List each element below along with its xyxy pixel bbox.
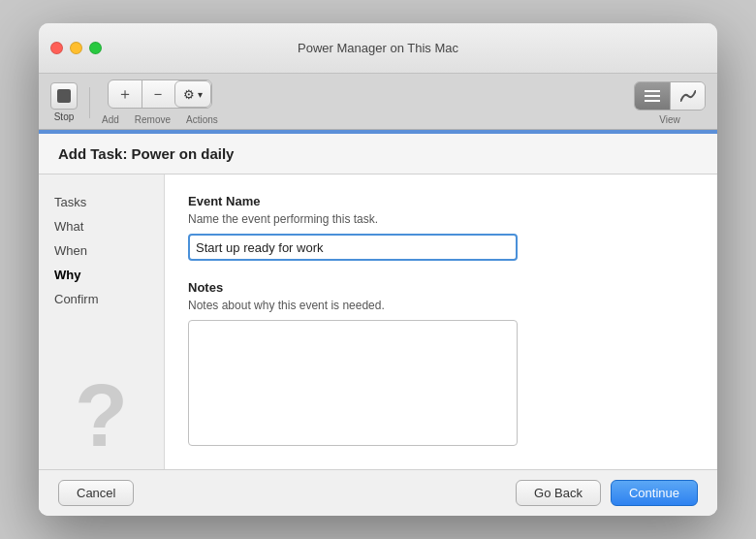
svg-rect-0: [645, 90, 660, 92]
sidebar-item-when[interactable]: When: [39, 238, 164, 263]
main-toolbar: Stop ＋ － ⚙ ▾ Add Remove Actions: [39, 74, 717, 130]
view-group: View: [634, 81, 706, 125]
main-window: Power Manager on This Mac Stop ＋ － ⚙: [39, 23, 717, 516]
add-label: Add: [102, 114, 119, 125]
notes-label: Notes: [188, 280, 694, 295]
dialog-footer: Cancel Go Back Continue: [39, 469, 717, 516]
view-controls: [634, 81, 706, 111]
list-icon: [645, 90, 660, 102]
event-name-label: Event Name: [188, 194, 694, 208]
dialog-title: Add Task: Power on daily: [58, 145, 698, 162]
close-button[interactable]: [50, 42, 63, 54]
toolbar-left: Stop ＋ － ⚙ ▾ Add Remove Actions: [50, 79, 218, 125]
svg-rect-2: [645, 100, 660, 102]
list-view-button[interactable]: [635, 82, 670, 110]
stop-label: Stop: [54, 111, 75, 122]
add-button[interactable]: ＋: [109, 80, 142, 108]
stop-icon-shape: [57, 89, 71, 103]
actions-button[interactable]: ⚙ ▾: [174, 80, 211, 108]
cancel-button[interactable]: Cancel: [58, 480, 134, 506]
continue-button[interactable]: Continue: [611, 480, 698, 506]
minimize-button[interactable]: [70, 42, 82, 54]
dialog-header: Add Task: Power on daily: [39, 134, 717, 174]
event-name-input[interactable]: [188, 234, 518, 261]
remove-label: Remove: [135, 114, 171, 125]
add-remove-group: ＋ － ⚙ ▾ Add Remove Actions: [102, 79, 218, 125]
notes-description: Notes about why this event is needed.: [188, 299, 694, 312]
maximize-button[interactable]: [89, 42, 102, 54]
dialog-body: Tasks What When Why Confirm ? E: [39, 174, 717, 469]
sidebar-item-tasks[interactable]: Tasks: [39, 190, 164, 214]
toolbar-separator: [89, 87, 90, 118]
chevron-down-icon: ▾: [198, 89, 203, 100]
event-name-description: Name the event performing this task.: [188, 212, 694, 226]
sidebar-item-what[interactable]: What: [39, 214, 164, 238]
stop-icon: [50, 82, 78, 110]
gear-icon: ⚙: [183, 87, 195, 102]
titlebar: Power Manager on This Mac: [39, 23, 717, 74]
svg-rect-1: [645, 95, 660, 97]
toolbar-labels: Add Remove Actions: [102, 112, 218, 125]
traffic-lights: [50, 42, 102, 54]
remove-button[interactable]: －: [142, 80, 174, 108]
dialog-sidebar: Tasks What When Why Confirm ?: [39, 174, 165, 469]
view-label: View: [659, 114, 680, 125]
chart-view-button[interactable]: [670, 82, 705, 110]
stop-button[interactable]: Stop: [50, 82, 78, 122]
sidebar-item-confirm[interactable]: Confirm: [39, 287, 164, 311]
chart-icon: [680, 90, 696, 102]
sidebar-item-why[interactable]: Why: [39, 263, 164, 287]
notes-textarea[interactable]: [188, 320, 518, 446]
window-title: Power Manager on This Mac: [298, 41, 458, 55]
add-remove-btn-group: ＋ － ⚙ ▾: [108, 79, 212, 109]
dialog: Add Task: Power on daily Tasks What When…: [39, 130, 717, 516]
content-area: Event Name Name the event performing thi…: [165, 174, 717, 469]
actions-label: Actions: [186, 114, 218, 125]
go-back-button[interactable]: Go Back: [516, 480, 601, 506]
footer-right: Go Back Continue: [516, 480, 698, 506]
sidebar-decoration: ?: [75, 372, 128, 460]
